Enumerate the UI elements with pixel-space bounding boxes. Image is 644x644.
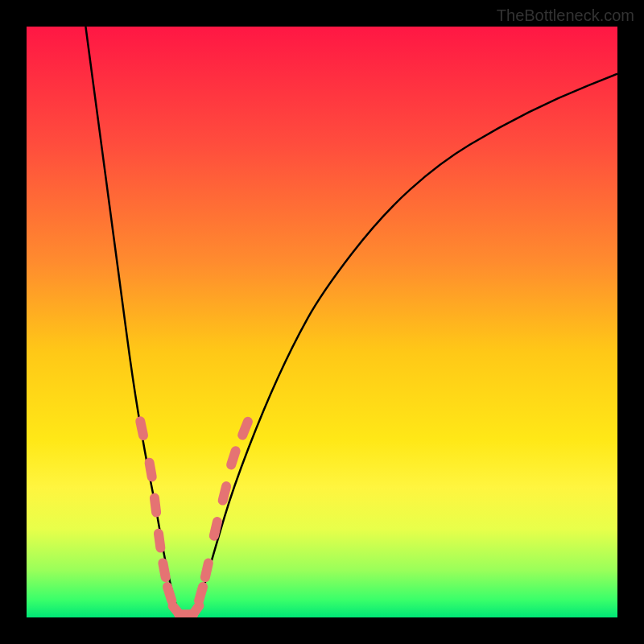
chart-container: TheBottleneck.com xyxy=(0,0,644,644)
highlight-dot xyxy=(163,563,165,577)
highlight-dot xyxy=(167,587,171,601)
highlight-dot xyxy=(150,463,152,477)
highlight-dot xyxy=(155,498,156,513)
highlight-dot xyxy=(140,421,143,436)
plot-area xyxy=(27,27,617,617)
curve-right-curve xyxy=(192,74,617,617)
highlight-dot xyxy=(242,422,248,436)
highlight-dot xyxy=(159,534,160,548)
highlight-dot xyxy=(214,522,217,536)
highlight-dot xyxy=(191,605,199,617)
highlight-dot xyxy=(205,564,208,578)
highlight-dot xyxy=(223,486,226,500)
curve-left-curve xyxy=(85,27,180,617)
highlight-dot xyxy=(199,587,203,601)
chart-curves xyxy=(27,27,617,617)
highlight-dot xyxy=(231,451,235,464)
watermark-text: TheBottleneck.com xyxy=(497,6,634,25)
